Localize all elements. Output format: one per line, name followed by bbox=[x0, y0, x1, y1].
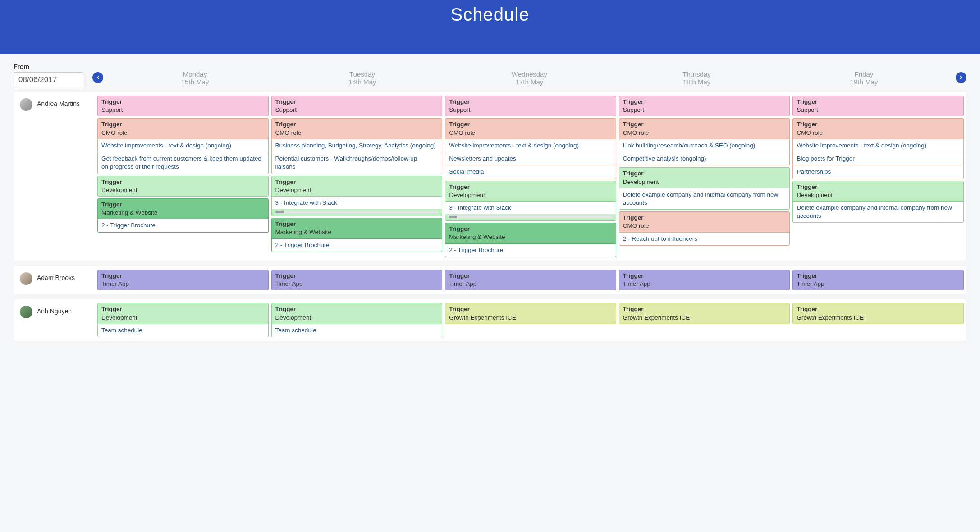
schedule-card[interactable]: TriggerDevelopment3 - Integrate with Sla… bbox=[271, 176, 443, 216]
schedule-card[interactable]: TriggerMarketing & Website2 - Trigger Br… bbox=[445, 223, 616, 257]
schedule-card[interactable]: TriggerTimer App bbox=[97, 270, 269, 290]
card-item[interactable]: Potential customers - Walkthroughs/demos… bbox=[272, 152, 442, 173]
card-title: Trigger bbox=[449, 183, 612, 191]
schedule-card[interactable]: TriggerSupport bbox=[271, 96, 443, 116]
card-item[interactable]: Delete example company and internal comp… bbox=[619, 188, 790, 209]
schedule-card[interactable]: TriggerSupport bbox=[97, 96, 269, 116]
day-column: TriggerTimer App bbox=[619, 270, 790, 290]
card-item[interactable]: Competitive analysis (ongoing) bbox=[619, 152, 790, 165]
schedule-card[interactable]: TriggerDevelopmentTeam schedule bbox=[271, 303, 443, 337]
card-item[interactable]: 2 - Trigger Brochure bbox=[98, 219, 268, 232]
card-subtitle: Support bbox=[275, 106, 439, 114]
card-header: TriggerTimer App bbox=[445, 270, 616, 290]
card-item[interactable]: Website improvements - text & design (on… bbox=[98, 139, 268, 152]
card-header: TriggerSupport bbox=[445, 96, 616, 116]
card-title: Trigger bbox=[101, 120, 265, 128]
schedule-card[interactable]: TriggerTimer App bbox=[271, 270, 443, 290]
card-item[interactable]: 3 - Integrate with Slack bbox=[272, 196, 442, 209]
card-subtitle: Development bbox=[101, 314, 265, 322]
prev-button[interactable] bbox=[92, 72, 103, 83]
schedule-card[interactable]: TriggerDevelopmentTeam schedule bbox=[97, 303, 269, 337]
day-header: Monday 15th May bbox=[112, 70, 278, 86]
day-column: TriggerSupportTriggerCMO roleBusiness pl… bbox=[271, 96, 443, 257]
card-header: TriggerDevelopment bbox=[272, 303, 442, 323]
schedule-card[interactable]: TriggerGrowth Experiments ICE bbox=[619, 303, 790, 324]
avatar bbox=[20, 272, 32, 285]
card-subtitle: Timer App bbox=[275, 280, 439, 288]
card-item[interactable]: Team schedule bbox=[98, 324, 268, 337]
schedule-card[interactable]: TriggerDevelopmentDelete example company… bbox=[619, 167, 790, 210]
chevron-right-icon bbox=[958, 75, 964, 80]
schedule-card[interactable]: TriggerCMO role2 - Reach out to influenc… bbox=[619, 211, 790, 246]
card-item[interactable]: 3 - Integrate with Slack bbox=[445, 201, 616, 214]
schedule-card[interactable]: TriggerSupport bbox=[445, 96, 616, 116]
card-subtitle: Development bbox=[275, 314, 439, 322]
schedule-card[interactable]: TriggerMarketing & Website2 - Trigger Br… bbox=[97, 198, 269, 233]
day-of-week: Thursday bbox=[614, 70, 779, 78]
card-header: TriggerDevelopment bbox=[98, 303, 268, 323]
card-item[interactable]: Website improvements - text & design (on… bbox=[445, 139, 616, 152]
card-item[interactable]: 2 - Trigger Brochure bbox=[445, 243, 616, 257]
schedule-card[interactable]: TriggerTimer App bbox=[792, 270, 964, 290]
avatar bbox=[20, 306, 32, 318]
card-item[interactable]: Team schedule bbox=[272, 324, 442, 337]
card-item[interactable]: Newsletters and updates bbox=[445, 152, 616, 165]
card-header: TriggerCMO role bbox=[793, 119, 963, 138]
schedule-card[interactable]: TriggerCMO roleWebsite improvements - te… bbox=[97, 118, 269, 174]
card-item[interactable]: Link building/research/outreach & SEO (o… bbox=[619, 139, 790, 152]
card-subtitle: Support bbox=[623, 106, 786, 114]
schedule-card[interactable]: TriggerDevelopmentDelete example company… bbox=[792, 181, 964, 223]
card-item[interactable]: 2 - Trigger Brochure bbox=[272, 238, 442, 252]
days-grid: TriggerDevelopmentTeam scheduleTriggerDe… bbox=[97, 303, 964, 337]
card-subtitle: CMO role bbox=[623, 222, 786, 230]
day-headers: Monday 15th May Tuesday 16th May Wednesd… bbox=[112, 70, 947, 86]
card-header: TriggerGrowth Experiments ICE bbox=[793, 303, 963, 323]
card-item[interactable]: Blog posts for Trigger bbox=[793, 152, 963, 165]
schedule-card[interactable]: TriggerMarketing & Website2 - Trigger Br… bbox=[271, 218, 443, 252]
card-title: Trigger bbox=[797, 120, 960, 128]
card-title: Trigger bbox=[449, 120, 612, 128]
top-controls: From Monday 15th May Tuesday 16th May We… bbox=[14, 63, 966, 87]
schedule-card[interactable]: TriggerCMO roleLink building/research/ou… bbox=[619, 118, 790, 165]
schedule-card[interactable]: TriggerTimer App bbox=[619, 270, 790, 290]
schedule-card[interactable]: TriggerCMO roleWebsite improvements - te… bbox=[792, 118, 964, 179]
day-header: Friday 19th May bbox=[781, 70, 947, 86]
card-title: Trigger bbox=[623, 170, 786, 178]
card-title: Trigger bbox=[797, 272, 960, 280]
schedule-card[interactable]: TriggerGrowth Experiments ICE bbox=[445, 303, 616, 324]
card-subtitle: CMO role bbox=[101, 129, 265, 137]
card-item[interactable]: 2 - Reach out to influencers bbox=[619, 232, 790, 245]
schedule-card[interactable]: TriggerCMO roleBusiness planning, Budget… bbox=[271, 118, 443, 174]
day-of-week: Tuesday bbox=[279, 70, 445, 78]
card-item[interactable]: Social media bbox=[445, 165, 616, 178]
card-title: Trigger bbox=[623, 120, 786, 128]
day-of-week: Wednesday bbox=[447, 70, 612, 78]
schedule-card[interactable]: TriggerSupport bbox=[792, 96, 964, 116]
card-header: TriggerCMO role bbox=[272, 119, 442, 138]
schedule-card[interactable]: TriggerGrowth Experiments ICE bbox=[792, 303, 964, 324]
card-item[interactable]: Get feedback from current customers & ke… bbox=[98, 152, 268, 173]
card-subtitle: Growth Experiments ICE bbox=[623, 314, 786, 322]
card-subtitle: Marketing & Website bbox=[449, 233, 612, 241]
schedule-card[interactable]: TriggerDevelopment3 - Integrate with Sla… bbox=[445, 181, 616, 221]
card-header: TriggerGrowth Experiments ICE bbox=[445, 303, 616, 323]
progress-bar bbox=[275, 211, 439, 213]
card-item[interactable]: Website improvements - text & design (on… bbox=[793, 139, 963, 152]
card-item[interactable]: Business planning, Budgeting, Strategy, … bbox=[272, 139, 442, 152]
person-name: Andrea Martins bbox=[37, 100, 80, 107]
card-item[interactable]: Delete example company and internal comp… bbox=[793, 201, 963, 222]
schedule-card[interactable]: TriggerTimer App bbox=[445, 270, 616, 290]
schedule-card[interactable]: TriggerSupport bbox=[619, 96, 790, 116]
schedule-card[interactable]: TriggerCMO roleWebsite improvements - te… bbox=[445, 118, 616, 179]
days-grid: TriggerSupportTriggerCMO roleWebsite imp… bbox=[97, 96, 964, 257]
card-subtitle: Growth Experiments ICE bbox=[449, 314, 612, 322]
from-input[interactable] bbox=[14, 72, 83, 87]
person-info: Anh Nguyen bbox=[16, 303, 97, 337]
card-header: TriggerSupport bbox=[793, 96, 963, 116]
schedule-card[interactable]: TriggerDevelopment bbox=[97, 176, 269, 197]
card-title: Trigger bbox=[623, 214, 786, 222]
card-item[interactable]: Partnerships bbox=[793, 165, 963, 178]
card-header: TriggerTimer App bbox=[619, 270, 790, 290]
next-button[interactable] bbox=[956, 72, 966, 83]
card-title: Trigger bbox=[275, 220, 439, 228]
